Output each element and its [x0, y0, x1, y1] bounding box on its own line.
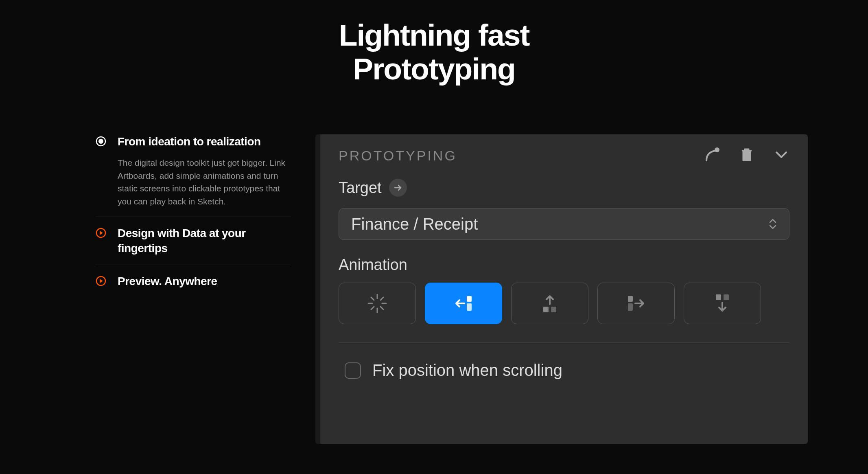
svg-rect-18 — [628, 303, 633, 311]
animation-slide-left-button[interactable] — [425, 283, 502, 324]
feature-item-preview[interactable]: Preview. Anywhere — [96, 265, 291, 298]
svg-line-11 — [380, 297, 383, 300]
target-select[interactable]: Finance / Receipt — [339, 208, 789, 240]
feature-item-ideation[interactable]: From ideation to realization The digital… — [96, 134, 291, 217]
animation-slide-down-button[interactable] — [684, 283, 761, 324]
connection-icon[interactable] — [704, 147, 720, 165]
feature-sidebar: From ideation to realization The digital… — [96, 134, 291, 444]
target-label: Target — [339, 179, 382, 197]
svg-rect-17 — [628, 296, 633, 302]
svg-line-10 — [380, 307, 383, 309]
panel-title: PROTOTYPING — [339, 148, 457, 164]
target-active-icon — [96, 136, 106, 147]
feature-item-data[interactable]: Design with Data at your fingertips — [96, 217, 291, 265]
svg-rect-13 — [467, 296, 472, 302]
select-chevrons-icon — [769, 219, 777, 229]
svg-rect-15 — [543, 307, 549, 312]
svg-rect-20 — [724, 294, 729, 300]
trash-icon[interactable] — [739, 147, 755, 165]
svg-rect-19 — [716, 294, 721, 300]
fix-position-checkbox[interactable] — [345, 362, 361, 379]
animation-label: Animation — [339, 256, 789, 274]
feature-title: From ideation to realization — [118, 134, 291, 149]
target-arrow-button[interactable] — [389, 179, 407, 197]
animation-slide-up-button[interactable] — [511, 283, 588, 324]
chevron-down-icon[interactable] — [773, 147, 789, 165]
animation-slide-right-button[interactable] — [597, 283, 675, 324]
prototyping-panel: PROTOTYPING — [315, 134, 808, 444]
animation-none-button[interactable] — [339, 283, 416, 324]
svg-rect-16 — [551, 307, 556, 312]
fix-position-label: Fix position when scrolling — [372, 361, 562, 380]
svg-line-12 — [371, 307, 374, 309]
play-circle-icon — [96, 228, 106, 238]
svg-line-9 — [371, 297, 374, 300]
svg-point-1 — [98, 139, 103, 144]
page-title: Lightning fast Prototyping — [0, 0, 868, 86]
feature-title: Preview. Anywhere — [118, 274, 291, 289]
target-select-value: Finance / Receipt — [351, 215, 478, 233]
play-circle-icon — [96, 276, 106, 286]
svg-rect-14 — [467, 303, 472, 311]
feature-title: Design with Data at your fingertips — [118, 226, 291, 256]
svg-point-4 — [715, 147, 719, 152]
feature-description: The digital design toolkit just got bigg… — [118, 156, 291, 208]
